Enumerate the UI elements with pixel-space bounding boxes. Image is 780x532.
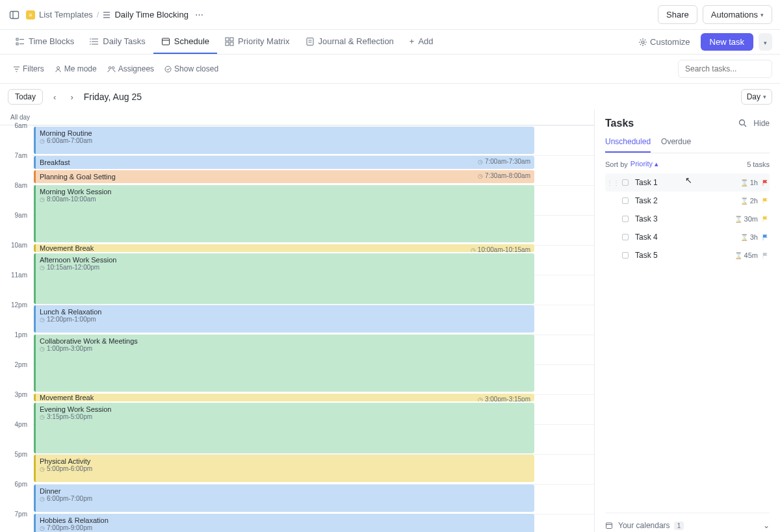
- search-input[interactable]: [678, 60, 772, 78]
- today-button[interactable]: Today: [8, 89, 43, 105]
- prev-day-button[interactable]: ‹: [49, 90, 60, 105]
- task-item[interactable]: ⋮⋮Task 2⌛2h: [605, 192, 770, 210]
- views-bar: Time BlocksDaily TasksSchedulePriority M…: [0, 30, 780, 55]
- breadcrumb-parent[interactable]: List Templates: [39, 10, 93, 19]
- show-closed-button[interactable]: Show closed: [159, 62, 224, 76]
- hour-label: 12pm: [0, 301, 32, 331]
- tasks-search-button[interactable]: [738, 119, 747, 128]
- drag-handle-icon[interactable]: ⋮⋮: [606, 179, 619, 186]
- view-tab-daily-tasks[interactable]: Daily Tasks: [82, 30, 153, 54]
- task-item[interactable]: ⋮⋮Task 5⌛45m: [605, 246, 770, 264]
- svg-point-30: [112, 66, 114, 69]
- event-title: Lunch & Relaxation: [40, 308, 530, 316]
- task-duration: ⌛1h: [740, 179, 758, 186]
- next-day-button[interactable]: ›: [66, 90, 77, 105]
- event-time: ◷12:00pm-1:00pm: [40, 316, 530, 323]
- task-checkbox[interactable]: [622, 252, 629, 259]
- event-title: Hobbies & Relaxation: [40, 516, 530, 524]
- event-lunch-relaxation[interactable]: Lunch & Relaxation◷12:00pm-1:00pm: [34, 305, 534, 333]
- view-mode-selector[interactable]: Day ▾: [741, 89, 772, 105]
- sidebar-toggle-button[interactable]: [8, 8, 21, 21]
- task-tab-unscheduled[interactable]: Unscheduled: [605, 137, 651, 153]
- filters-button[interactable]: Filters: [8, 62, 49, 76]
- view-icon: [90, 37, 99, 46]
- event-hobbies-relaxation[interactable]: Hobbies & Relaxation◷7:00pm-9:00pm: [34, 514, 534, 532]
- svg-rect-15: [162, 38, 169, 45]
- event-dinner[interactable]: Dinner◷6:00pm-7:00pm: [34, 485, 534, 512]
- gear-icon: [638, 38, 647, 47]
- filter-icon: [13, 66, 20, 73]
- priority-flag-icon[interactable]: [762, 216, 768, 222]
- clock-icon: ◷: [40, 496, 45, 502]
- event-time: ◷1:00pm-3:00pm: [40, 345, 530, 352]
- event-time: ◷6:00pm-7:00pm: [40, 495, 530, 502]
- task-item[interactable]: ⋮⋮Task 3⌛30m: [605, 210, 770, 228]
- view-tab-journal-reflection[interactable]: Journal & Reflection: [298, 30, 402, 54]
- svg-rect-0: [10, 11, 19, 18]
- event-morning-work-session[interactable]: Morning Work Session◷8:00am-10:00am: [34, 185, 534, 242]
- task-tab-overdue[interactable]: Overdue: [661, 137, 691, 153]
- view-tab-priority-matrix[interactable]: Priority Matrix: [217, 30, 297, 54]
- share-button[interactable]: Share: [658, 5, 697, 24]
- event-planning-goal-setting[interactable]: Planning & Goal Setting◷7:30am-8:00am: [34, 170, 534, 183]
- main-content: All day Morning Routine◷6:00am-7:00amBre…: [0, 110, 780, 532]
- event-movement-break[interactable]: Movement Break◷3:00pm-3:15pm: [34, 394, 534, 401]
- chevron-down-icon: ▾: [760, 12, 764, 18]
- event-morning-routine[interactable]: Morning Routine◷6:00am-7:00am: [34, 127, 534, 154]
- svg-line-33: [744, 125, 747, 127]
- priority-flag-icon[interactable]: [762, 197, 768, 204]
- chevron-down-icon[interactable]: ⌄: [763, 521, 770, 530]
- task-checkbox[interactable]: [622, 179, 629, 186]
- event-evening-work-session[interactable]: Evening Work Session◷3:15pm-5:00pm: [34, 403, 534, 453]
- more-menu-button[interactable]: ⋯: [192, 8, 206, 21]
- clock-icon: ◷: [40, 264, 45, 271]
- event-physical-activity[interactable]: Physical Activity◷5:00pm-6:00pm: [34, 455, 534, 482]
- plus-icon: +: [410, 36, 415, 46]
- your-calendars-button[interactable]: Your calendars: [618, 521, 670, 530]
- hide-panel-button[interactable]: Hide: [753, 119, 770, 128]
- list-icon: [103, 11, 110, 19]
- event-title: Breakfast: [40, 158, 530, 166]
- task-item[interactable]: ⋮⋮Task 1⌛1h↖: [605, 173, 770, 192]
- chevron-down-icon: ▾: [763, 94, 766, 100]
- new-task-button[interactable]: New task: [701, 33, 753, 51]
- task-item[interactable]: ⋮⋮Task 4⌛3h: [605, 228, 770, 246]
- add-view-button[interactable]: +Add: [402, 30, 441, 54]
- person-icon: [55, 66, 62, 73]
- task-checkbox[interactable]: [622, 234, 629, 240]
- assignees-button[interactable]: Assignees: [102, 62, 159, 76]
- automations-button[interactable]: Automations ▾: [703, 5, 772, 24]
- event-time: ◷3:15pm-5:00pm: [40, 413, 530, 420]
- allday-cell[interactable]: [32, 110, 594, 124]
- priority-flag-icon[interactable]: [762, 234, 768, 240]
- task-count-label: 5 tasks: [747, 160, 770, 168]
- task-duration: ⌛3h: [740, 233, 758, 241]
- task-duration: ⌛30m: [734, 215, 758, 223]
- svg-point-32: [740, 120, 745, 125]
- priority-flag-icon[interactable]: [762, 252, 768, 259]
- event-movement-break[interactable]: Movement Break◷10:00am-10:15am: [34, 244, 534, 252]
- hour-label: 5pm: [0, 451, 32, 481]
- priority-flag-icon[interactable]: [762, 179, 768, 186]
- svg-point-28: [57, 66, 59, 69]
- sort-by-label: Sort by: [605, 160, 628, 168]
- event-collaborative-work-meetings[interactable]: Collaborative Work & Meetings◷1:00pm-3:0…: [34, 335, 534, 392]
- view-tab-time-blocks[interactable]: Time Blocks: [8, 30, 82, 54]
- task-checkbox[interactable]: [622, 216, 629, 222]
- new-task-dropdown-button[interactable]: ▾: [759, 33, 772, 51]
- event-afternoon-work-session[interactable]: Afternoon Work Session◷10:15am-12:00pm: [34, 253, 534, 304]
- event-time: ◷7:00pm-9:00pm: [40, 524, 530, 531]
- task-checkbox[interactable]: [622, 197, 629, 204]
- task-name: Task 3: [635, 214, 734, 223]
- breadcrumb-current[interactable]: Daily Time Blocking: [103, 10, 188, 19]
- me-mode-button[interactable]: Me mode: [49, 62, 102, 76]
- sort-value-button[interactable]: Priority ▴: [630, 160, 658, 168]
- search-icon: [738, 119, 747, 127]
- hourglass-icon: ⌛: [740, 197, 748, 205]
- task-name: Task 1: [635, 178, 740, 187]
- event-time: ◷10:15am-12:00pm: [40, 264, 530, 271]
- event-title: Dinner: [40, 487, 530, 495]
- event-breakfast[interactable]: Breakfast◷7:00am-7:30am: [34, 156, 534, 169]
- view-tab-schedule[interactable]: Schedule: [153, 30, 217, 54]
- customize-button[interactable]: Customize: [633, 33, 695, 51]
